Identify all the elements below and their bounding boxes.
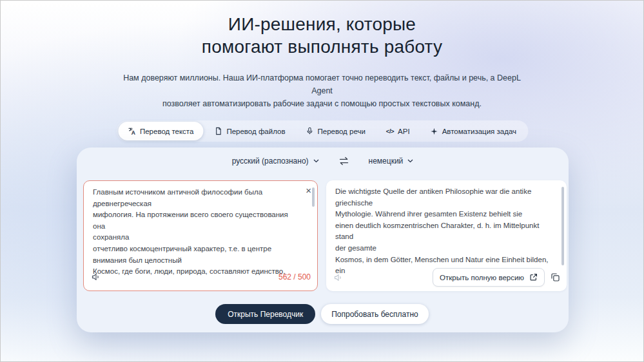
feature-tabs: A Перевод текста Перевод файлов Перевод … [116,120,528,142]
external-link-icon [529,273,538,281]
cta-row: Открыть Переводчик Попробовать бесплатно [1,304,643,324]
source-language-selector[interactable]: русский (распознано) [228,156,323,166]
target-scrollbar[interactable] [561,187,564,265]
microphone-icon [306,127,314,135]
chevron-down-icon [407,159,413,163]
listen-target-button-disabled[interactable] [333,273,344,282]
tab-file-translation[interactable]: Перевод файлов [204,122,295,140]
landing-page: ИИ-решения, которые помогают выполнять р… [0,0,644,362]
target-text-output: Die wichtigste Quelle der antiken Philos… [335,186,549,278]
document-icon [214,127,222,135]
sparkle-icon [431,128,438,135]
speaker-icon [333,273,344,282]
swap-arrows-icon [338,157,349,166]
tab-task-automation[interactable]: Автоматизация задач [421,122,526,140]
copy-icon [551,272,560,282]
target-text-main: Die wichtigste Quelle der antiken Philos… [335,187,549,278]
tab-label: Перевод речи [318,128,366,135]
clear-source-button[interactable]: × [306,186,311,195]
tab-speech-translation[interactable]: Перевод речи [297,122,375,140]
tab-label: API [398,128,410,135]
tab-text-translation[interactable]: A Перевод текста [118,122,203,140]
chevron-down-icon [313,159,319,163]
character-counter: 562 / 500 [278,272,311,281]
tab-label: Перевод текста [140,128,193,135]
open-translator-button[interactable]: Открыть Переводчик [215,304,315,324]
code-icon: </> [386,128,394,135]
tab-api[interactable]: </> API [376,122,420,140]
translate-icon: A [128,127,136,135]
source-scrollbar[interactable] [312,187,315,207]
speaker-icon [91,272,101,281]
translation-panels: Главным источником античной философии бы… [83,180,567,291]
copy-translation-button[interactable] [551,272,560,282]
tab-label: Автоматизация задач [442,128,516,135]
language-bar: русский (распознано) немецкий [77,156,569,166]
target-panel-footer: Открыть полную версию [333,268,560,287]
page-title: ИИ-решения, которые помогают выполнять р… [1,13,643,58]
source-text-panel: Главным источником античной философии бы… [83,180,318,291]
target-language-label: немецкий [369,157,404,166]
target-text-panel: Die wichtigste Quelle der antiken Philos… [326,180,567,291]
source-language-label: русский (распознано) [232,157,309,166]
page-subtitle: Нам доверяют миллионы. Наша ИИ-платформа… [116,71,529,110]
source-panel-footer: 562 / 500 [91,267,311,286]
tab-label: Перевод файлов [226,128,285,135]
svg-text:A: A [131,129,135,135]
source-text-input[interactable]: Главным источником античной философии бы… [93,187,299,278]
close-icon: × [306,185,311,196]
listen-source-button[interactable] [91,272,101,281]
open-full-version-label: Открыть полную версию [440,274,524,281]
swap-languages-button[interactable] [338,157,349,166]
open-full-version-button[interactable]: Открыть полную версию [433,268,545,287]
try-free-button[interactable]: Попробовать бесплатно [321,304,429,324]
target-language-selector[interactable]: немецкий [365,156,418,166]
